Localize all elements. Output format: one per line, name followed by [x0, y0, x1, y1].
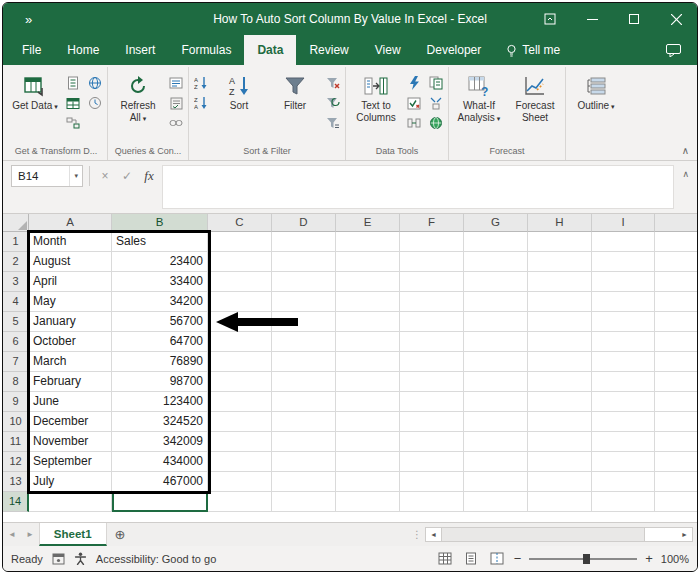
name-box-dropdown-icon[interactable] — [69, 166, 82, 186]
cell-H3[interactable] — [528, 272, 592, 292]
cell-B5[interactable]: 56700 — [112, 312, 208, 332]
cell-F2[interactable] — [400, 252, 464, 272]
column-header-G[interactable]: G — [464, 214, 528, 232]
sort-za-icon[interactable]: ZA — [192, 95, 210, 111]
cell-E3[interactable] — [336, 272, 400, 292]
cell-E4[interactable] — [336, 292, 400, 312]
tab-insert[interactable]: Insert — [112, 35, 168, 65]
sheet-nav-left-icon[interactable]: ◄ — [3, 530, 21, 539]
scroll-right-icon[interactable]: ► — [677, 531, 692, 538]
cell-H5[interactable] — [528, 312, 592, 332]
cell-B9[interactable]: 123400 — [112, 392, 208, 412]
cell-F3[interactable] — [400, 272, 464, 292]
row-header-9[interactable]: 9 — [3, 392, 29, 412]
cancel-entry-icon[interactable]: × — [96, 165, 114, 187]
cell-F7[interactable] — [400, 352, 464, 372]
cell-B7[interactable]: 76890 — [112, 352, 208, 372]
cell-H10[interactable] — [528, 412, 592, 432]
cell-E5[interactable] — [336, 312, 400, 332]
cell-G6[interactable] — [464, 332, 528, 352]
cell-E2[interactable] — [336, 252, 400, 272]
maximize-icon[interactable] — [613, 3, 655, 35]
cell-C1[interactable] — [208, 232, 272, 252]
cell-G3[interactable] — [464, 272, 528, 292]
cell-A2[interactable]: August — [29, 252, 112, 272]
relationships-icon[interactable] — [405, 115, 423, 131]
cell-B6[interactable]: 64700 — [112, 332, 208, 352]
cell-E10[interactable] — [336, 412, 400, 432]
cell-B4[interactable]: 34200 — [112, 292, 208, 312]
row-header-8[interactable]: 8 — [3, 372, 29, 392]
cell-G4[interactable] — [464, 292, 528, 312]
text-to-columns-button[interactable]: Text to Columns — [349, 70, 403, 126]
cell-G10[interactable] — [464, 412, 528, 432]
cell-F5[interactable] — [400, 312, 464, 332]
cell-A10[interactable]: December — [29, 412, 112, 432]
row-header-7[interactable]: 7 — [3, 352, 29, 372]
recent-sources-icon[interactable] — [86, 95, 104, 111]
confirm-entry-icon[interactable]: ✓ — [118, 165, 136, 187]
column-header-I[interactable]: I — [592, 214, 655, 232]
cell-I3[interactable] — [592, 272, 655, 292]
cell-B2[interactable]: 23400 — [112, 252, 208, 272]
accessibility-icon[interactable] — [74, 552, 87, 565]
cell-C11[interactable] — [208, 432, 272, 452]
cell-H6[interactable] — [528, 332, 592, 352]
cell-F12[interactable] — [400, 452, 464, 472]
cell-E12[interactable] — [336, 452, 400, 472]
column-header-D[interactable]: D — [272, 214, 336, 232]
cell-D5[interactable] — [272, 312, 336, 332]
get-data-button[interactable]: Get Data — [8, 70, 62, 114]
cell-I6[interactable] — [592, 332, 655, 352]
page-break-preview-icon[interactable] — [488, 550, 506, 568]
cell-G8[interactable] — [464, 372, 528, 392]
cell-I9[interactable] — [592, 392, 655, 412]
refresh-all-button[interactable]: Refresh All — [111, 70, 165, 126]
cell-A13[interactable]: July — [29, 472, 112, 492]
cell-D10[interactable] — [272, 412, 336, 432]
row-header-6[interactable]: 6 — [3, 332, 29, 352]
collapse-ribbon-icon[interactable]: ∧ — [682, 145, 689, 156]
cell-I8[interactable] — [592, 372, 655, 392]
row-header-10[interactable]: 10 — [3, 412, 29, 432]
cell-I7[interactable] — [592, 352, 655, 372]
advanced-filter-icon[interactable] — [324, 115, 342, 131]
cell-H2[interactable] — [528, 252, 592, 272]
cell-D3[interactable] — [272, 272, 336, 292]
cell-H8[interactable] — [528, 372, 592, 392]
cell-G11[interactable] — [464, 432, 528, 452]
name-box[interactable]: B14 — [11, 165, 83, 187]
column-header-B[interactable]: B — [112, 214, 208, 232]
reapply-filter-icon[interactable] — [324, 95, 342, 111]
cell-D14[interactable] — [272, 492, 336, 512]
cell-H14[interactable] — [528, 492, 592, 512]
cell-E13[interactable] — [336, 472, 400, 492]
minimize-icon[interactable] — [571, 3, 613, 35]
cell-C7[interactable] — [208, 352, 272, 372]
cell-B13[interactable]: 467000 — [112, 472, 208, 492]
cell-I2[interactable] — [592, 252, 655, 272]
forecast-sheet-button[interactable]: Forecast Sheet — [508, 70, 562, 126]
tab-formulas[interactable]: Formulas — [168, 35, 244, 65]
cell-H11[interactable] — [528, 432, 592, 452]
cell-G7[interactable] — [464, 352, 528, 372]
row-header-4[interactable]: 4 — [3, 292, 29, 312]
cell-C14[interactable] — [208, 492, 272, 512]
cell-I11[interactable] — [592, 432, 655, 452]
sheet-tab-sheet1[interactable]: Sheet1 — [39, 523, 107, 546]
row-header-14[interactable]: 14 — [3, 492, 29, 512]
row-header-1[interactable]: 1 — [3, 232, 29, 252]
cell-C10[interactable] — [208, 412, 272, 432]
cell-F1[interactable] — [400, 232, 464, 252]
cell-D8[interactable] — [272, 372, 336, 392]
tab-file[interactable]: File — [9, 35, 54, 65]
cell-G2[interactable] — [464, 252, 528, 272]
remove-duplicates-icon[interactable] — [427, 75, 445, 91]
cell-C4[interactable] — [208, 292, 272, 312]
flash-fill-icon[interactable] — [405, 75, 423, 91]
cell-H7[interactable] — [528, 352, 592, 372]
cell-A4[interactable]: May — [29, 292, 112, 312]
zoom-slider-handle[interactable] — [583, 554, 590, 564]
cell-H13[interactable] — [528, 472, 592, 492]
cell-C5[interactable] — [208, 312, 272, 332]
